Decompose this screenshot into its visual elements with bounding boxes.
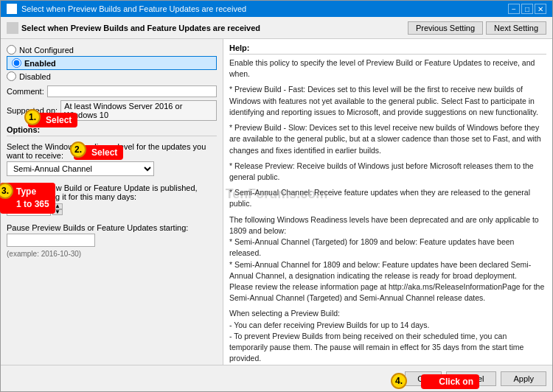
help-para-4: * Semi-Annual Channel: Receive feature u… <box>229 187 546 209</box>
apply-button[interactable]: Apply <box>501 371 546 386</box>
title-bar: Select when Preview Builds and Feature U… <box>1 1 552 17</box>
main-window: Select when Preview Builds and Feature U… <box>0 0 553 392</box>
help-para-1: * Preview Build - Fast: Devices set to t… <box>229 84 546 118</box>
date-example: (example: 2016-10-30) <box>7 250 217 258</box>
help-para-3: * Release Preview: Receive builds of Win… <box>229 161 546 183</box>
badge-1-number: 1. <box>24 109 41 125</box>
maximize-button[interactable]: □ <box>521 4 533 14</box>
channel-dropdown[interactable]: Semi-Annual Channel <box>7 161 154 176</box>
not-configured-label: Not Configured <box>19 46 74 55</box>
disabled-row: Disabled <box>7 71 217 81</box>
toolbar-title: Select when Preview Builds and Feature U… <box>21 24 405 32</box>
prev-setting-button[interactable]: Previous Setting <box>408 21 483 35</box>
window-icon <box>7 4 17 14</box>
help-para-0: Enable this policy to specify the level … <box>229 57 546 80</box>
dropdown-row: Semi-Annual Channel <box>7 161 217 176</box>
help-text: Enable this policy to specify the level … <box>229 57 546 365</box>
toolbar-icon <box>7 22 18 34</box>
content-area: Not Configured Enabled Disabled Comment: <box>1 39 552 365</box>
right-panel: Help: Enable this policy to specify the … <box>223 39 552 365</box>
enabled-radio[interactable] <box>12 58 21 68</box>
minimize-button[interactable]: − <box>508 4 520 14</box>
disabled-radio[interactable] <box>7 71 16 81</box>
comment-label: Comment: <box>7 87 44 96</box>
help-para-2: * Preview Build - Slow: Devices set to t… <box>229 122 546 156</box>
help-para-6: When selecting a Preview Build: - You ca… <box>229 308 546 365</box>
date-input-row <box>7 234 217 247</box>
title-bar-controls: − □ ✕ <box>508 4 546 14</box>
pause-date-input[interactable] <box>7 234 95 247</box>
help-para-5: The following Windows Readiness levels h… <box>229 214 546 304</box>
help-label: Help: <box>229 43 546 55</box>
enabled-row: Enabled <box>7 56 217 70</box>
radio-group: Not Configured Enabled Disabled <box>7 43 217 83</box>
toolbar: Select when Preview Builds and Feature U… <box>1 17 552 39</box>
enabled-label: Enabled <box>24 59 56 68</box>
badge-4-number: 4. <box>391 373 407 389</box>
pause-label: Pause Preview Builds or Feature Updates … <box>7 223 217 232</box>
close-button[interactable]: ✕ <box>535 4 546 14</box>
badge-4-label: Click on <box>421 374 479 389</box>
disabled-label: Disabled <box>19 72 51 81</box>
comment-row: Comment: <box>7 85 217 97</box>
next-setting-button[interactable]: Next Setting <box>486 21 546 35</box>
comment-input[interactable] <box>47 85 217 97</box>
not-configured-radio[interactable] <box>7 45 16 55</box>
supported-value: At least Windows Server 2016 or Windows … <box>60 100 217 121</box>
badge-2-number: 2. <box>70 141 86 158</box>
not-configured-row: Not Configured <box>7 45 217 55</box>
window-title: Select when Preview Builds and Feature U… <box>21 4 246 13</box>
